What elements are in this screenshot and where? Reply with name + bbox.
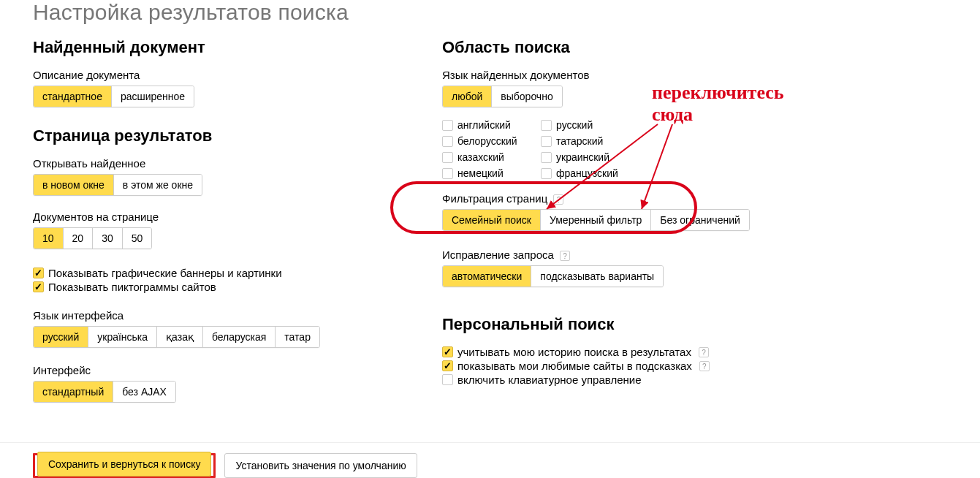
checkbox-keyboard[interactable] [442, 374, 453, 385]
opt-desc-extended[interactable]: расширенное [112, 86, 194, 107]
label-show-favicons: Показывать пиктограммы сайтов [48, 281, 216, 293]
label-iface-lang: Язык интерфейса [33, 309, 398, 322]
label-doc-description: Описание документа [33, 69, 398, 81]
opt-doclang-select[interactable]: выборочно [492, 86, 561, 107]
checkbox-lang-be[interactable] [442, 136, 453, 147]
section-search-area: Область поиска [442, 38, 808, 57]
help-icon[interactable]: ? [699, 361, 710, 371]
label-show-banners: Показывать графические баннеры и картинк… [48, 267, 282, 279]
label-lang-uk: украинский [556, 151, 609, 163]
label-query-correction: Исправление запроса ? [442, 249, 808, 261]
section-found-document: Найденный документ [33, 38, 398, 57]
help-icon[interactable]: ? [699, 347, 709, 357]
seg-doc-language: любой выборочно [442, 86, 563, 107]
label-open-found: Открывать найденное [33, 157, 398, 170]
opt-correction-auto[interactable]: автоматически [443, 266, 531, 287]
opt-iflang-kk[interactable]: қазақ [157, 327, 203, 347]
opt-filter-family[interactable]: Семейный поиск [443, 210, 541, 230]
opt-open-samewindow[interactable]: в этом же окне [114, 175, 202, 195]
opt-correction-suggest[interactable]: подсказывать варианты [531, 266, 663, 287]
opt-perpage-50[interactable]: 50 [123, 228, 152, 249]
checkbox-lang-tt[interactable] [541, 136, 552, 147]
opt-iflang-be[interactable]: беларуская [203, 327, 276, 347]
section-personal-search: Персональный поиск [442, 315, 808, 334]
seg-open-found: в новом окне в этом же окне [33, 174, 202, 196]
opt-doclang-any[interactable]: любой [443, 86, 492, 107]
label-doc-language: Язык найденных документов [442, 69, 808, 81]
label-history: учитывать мою историю поиска в результат… [457, 346, 691, 358]
label-lang-en: английский [457, 119, 511, 131]
label-lang-fr: французский [556, 167, 618, 179]
checkbox-lang-kk[interactable] [442, 152, 453, 163]
seg-iface-lang: русский українська қазақ беларуская тата… [33, 326, 320, 348]
seg-interface: стандартный без AJAX [33, 381, 176, 403]
checkbox-fav-sites[interactable] [442, 360, 453, 371]
seg-page-filter: Семейный поиск Умеренный фильтр Без огра… [442, 209, 750, 231]
help-icon[interactable]: ? [560, 251, 570, 261]
opt-perpage-30[interactable]: 30 [93, 228, 123, 249]
annotation-save-highlight: Сохранить и вернуться к поиску [33, 453, 216, 478]
label-lang-ru: русский [556, 119, 593, 131]
label-lang-be: белорусский [457, 135, 517, 147]
checkbox-history[interactable] [442, 346, 453, 357]
defaults-button[interactable]: Установить значения по умолчанию [224, 453, 417, 478]
label-lang-de: немецкий [457, 167, 504, 179]
checkbox-show-favicons[interactable] [33, 281, 44, 292]
language-checkbox-grid: английский русский белорусский татарский… [442, 119, 808, 179]
opt-filter-none[interactable]: Без ограничений [651, 210, 748, 230]
label-interface: Интерфейс [33, 364, 398, 376]
checkbox-lang-uk[interactable] [541, 152, 552, 163]
help-icon[interactable]: ? [553, 194, 563, 205]
save-button[interactable]: Сохранить и вернуться к поиску [37, 452, 211, 477]
checkbox-show-banners[interactable] [33, 268, 44, 278]
opt-iflang-tt[interactable]: татар [276, 327, 319, 347]
opt-open-newwindow[interactable]: в новом окне [34, 175, 114, 195]
seg-per-page: 10 20 30 50 [33, 227, 152, 249]
seg-doc-description: стандартное расширенное [33, 86, 194, 107]
label-lang-tt: татарский [556, 135, 603, 147]
page-title: Настройка результатов поиска [33, 0, 980, 25]
opt-iface-noajax[interactable]: без AJAX [113, 382, 175, 402]
section-results-page: Страница результатов [33, 126, 398, 145]
label-page-filter: Фильтрация страниц ? [442, 192, 808, 205]
opt-filter-moderate[interactable]: Умеренный фильтр [541, 210, 651, 230]
opt-iface-standard[interactable]: стандартный [34, 382, 113, 402]
checkbox-lang-fr[interactable] [541, 168, 552, 179]
opt-iflang-ru[interactable]: русский [34, 327, 88, 347]
opt-desc-standard[interactable]: стандартное [34, 86, 112, 107]
checkbox-lang-ru[interactable] [541, 120, 552, 131]
label-keyboard: включить клавиатурное управление [457, 373, 641, 386]
checkbox-lang-de[interactable] [442, 168, 453, 179]
opt-perpage-10[interactable]: 10 [34, 228, 64, 249]
label-per-page: Документов на странице [33, 210, 398, 223]
opt-perpage-20[interactable]: 20 [64, 228, 94, 249]
seg-query-correction: автоматически подсказывать варианты [442, 265, 664, 287]
label-fav-sites: показывать мои любимые сайты в подсказка… [457, 360, 692, 372]
opt-iflang-uk[interactable]: українська [88, 327, 157, 347]
checkbox-lang-en[interactable] [442, 120, 453, 131]
label-lang-kk: казахский [457, 151, 504, 163]
